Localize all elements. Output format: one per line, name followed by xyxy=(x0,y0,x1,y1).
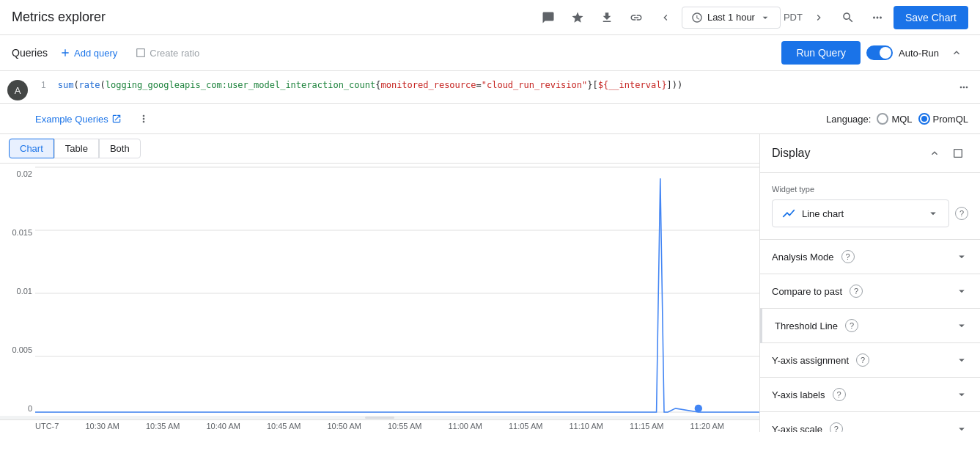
x-axis-labels: UTC-7 10:30 AM 10:35 AM 10:40 AM 10:45 A… xyxy=(0,419,759,432)
more-vert-icon xyxy=(871,11,884,24)
display-title: Display xyxy=(772,147,924,160)
display-header: Display xyxy=(760,134,980,173)
y-axis-labels: 0.02 0.015 0.01 0.005 0 xyxy=(0,164,35,416)
open-panel-icon xyxy=(952,147,964,159)
download-icon-btn[interactable] xyxy=(594,4,620,31)
clock-icon xyxy=(691,12,703,23)
tab-chart[interactable]: Chart xyxy=(9,139,54,158)
y-axis-assignment-help-icon[interactable]: ? xyxy=(856,353,869,367)
query-actions xyxy=(948,71,980,103)
view-tabs: Chart Table Both xyxy=(0,134,759,164)
chart-line xyxy=(35,178,759,412)
download-icon xyxy=(600,11,614,24)
code-paren1: ( xyxy=(73,80,78,90)
dropdown-chevron-icon xyxy=(926,207,940,220)
kebab-menu-icon xyxy=(138,113,150,125)
code-brace2: }[ xyxy=(587,80,597,90)
more-horiz-icon xyxy=(958,81,970,93)
line-chart-icon xyxy=(781,206,796,221)
display-up-btn[interactable] xyxy=(924,143,945,164)
chart-plot xyxy=(35,164,759,416)
expand-collapse-icon xyxy=(929,147,940,159)
query-kebab-menu-btn[interactable] xyxy=(133,109,154,129)
run-query-button[interactable]: Run Query xyxy=(781,41,861,65)
chevron-right-icon xyxy=(813,12,825,23)
external-link-icon xyxy=(111,114,122,124)
analysis-mode-help-icon[interactable]: ? xyxy=(841,250,855,263)
y-axis-0: 0 xyxy=(3,404,32,413)
y-axis-labels-expand-icon xyxy=(955,388,968,401)
auto-run-toggle[interactable] xyxy=(866,45,893,60)
queries-label: Queries xyxy=(12,47,48,59)
search-icon xyxy=(841,11,855,24)
more-options-btn[interactable] xyxy=(864,4,891,31)
ratio-icon xyxy=(135,47,147,59)
y-axis-scale-section[interactable]: Y-axis scale ? xyxy=(760,412,980,432)
x-label-1100: 11:00 AM xyxy=(448,422,482,430)
widget-type-help-icon[interactable]: ? xyxy=(955,207,968,220)
y-axis-labels-section[interactable]: Y-axis labels ? xyxy=(760,378,980,412)
time-range-label: Last 1 hour xyxy=(707,12,755,23)
language-label: Language: xyxy=(826,114,871,125)
compare-to-past-section[interactable]: Compare to past ? xyxy=(760,274,980,309)
display-expand-btn[interactable] xyxy=(948,143,968,164)
y-axis-scale-expand-icon xyxy=(955,422,968,432)
y-axis-scale-help-icon[interactable]: ? xyxy=(830,422,843,432)
chart-area: Chart Table Both 0.02 0.015 0.01 0.005 0 xyxy=(0,134,760,432)
query-more-btn[interactable] xyxy=(954,77,974,98)
add-query-button[interactable]: Add query xyxy=(54,44,123,62)
threshold-line-label: Threshold Line ? xyxy=(775,319,955,332)
y-axis-assignment-section[interactable]: Y-axis assignment ? xyxy=(760,343,980,378)
example-queries-label: Example Queries xyxy=(35,114,108,125)
chart-with-axes: 0.02 0.015 0.01 0.005 0 xyxy=(0,164,759,416)
mql-label: MQL xyxy=(891,114,912,125)
mql-radio-option[interactable]: MQL xyxy=(877,113,912,125)
widget-type-label: Widget type xyxy=(772,185,968,194)
analysis-mode-section[interactable]: Analysis Mode ? xyxy=(760,240,980,274)
time-range-btn[interactable]: Last 1 hour xyxy=(682,7,781,29)
resize-handle-bar xyxy=(365,417,394,419)
save-chart-button[interactable]: Save Chart xyxy=(894,6,968,29)
example-queries-link[interactable]: Example Queries xyxy=(35,114,122,125)
threshold-line-help-icon[interactable]: ? xyxy=(845,319,858,332)
code-paren2: ( xyxy=(100,80,106,90)
tab-both[interactable]: Both xyxy=(99,139,141,158)
sections-container: Analysis Mode ? Compare to past ? xyxy=(760,240,980,432)
promql-radio-option[interactable]: PromQL xyxy=(918,113,968,125)
auto-run-control: Auto-Run xyxy=(866,45,939,60)
threshold-indicator xyxy=(760,309,762,343)
y-axis-labels-label: Y-axis labels ? xyxy=(772,388,955,401)
tab-table[interactable]: Table xyxy=(54,139,99,158)
threshold-line-section[interactable]: Threshold Line ? xyxy=(760,309,980,343)
x-label-1045: 10:45 AM xyxy=(267,422,301,430)
chat-icon xyxy=(542,11,555,24)
y-axis-labels-help-icon[interactable]: ? xyxy=(833,388,846,401)
add-query-label: Add query xyxy=(74,48,117,59)
compare-to-past-label: Compare to past ? xyxy=(772,285,955,298)
next-icon-btn[interactable] xyxy=(806,4,832,31)
x-label-1055: 10:55 AM xyxy=(388,422,421,430)
create-ratio-button[interactable]: Create ratio xyxy=(129,44,205,62)
query-code-display[interactable]: sum(rate(logging_googleapis_com:user_mod… xyxy=(52,71,948,103)
promql-label: PromQL xyxy=(933,114,968,125)
search-icon-btn[interactable] xyxy=(835,4,861,31)
mql-radio xyxy=(877,113,888,125)
code-sum: sum xyxy=(58,80,74,90)
widget-type-select[interactable]: Line chart xyxy=(772,199,949,227)
star-icon xyxy=(571,11,584,24)
bookmark-icon-btn[interactable] xyxy=(564,4,591,31)
collapse-queries-button[interactable] xyxy=(945,41,968,65)
compare-to-past-expand-icon xyxy=(955,285,968,298)
auto-run-label: Auto-Run xyxy=(899,48,939,59)
dropdown-arrow-icon xyxy=(759,12,771,23)
link-icon-btn[interactable] xyxy=(623,4,649,31)
add-icon xyxy=(59,47,71,59)
chat-icon-btn[interactable] xyxy=(535,4,561,31)
x-label-1030: 10:30 AM xyxy=(85,422,119,430)
prev-icon-btn[interactable] xyxy=(652,4,679,31)
x-label-1105: 11:05 AM xyxy=(509,422,542,430)
code-rate: rate xyxy=(79,80,100,90)
x-label-1040: 10:40 AM xyxy=(206,422,240,430)
compare-to-past-help-icon[interactable]: ? xyxy=(850,285,863,298)
collapse-icon xyxy=(951,47,962,59)
